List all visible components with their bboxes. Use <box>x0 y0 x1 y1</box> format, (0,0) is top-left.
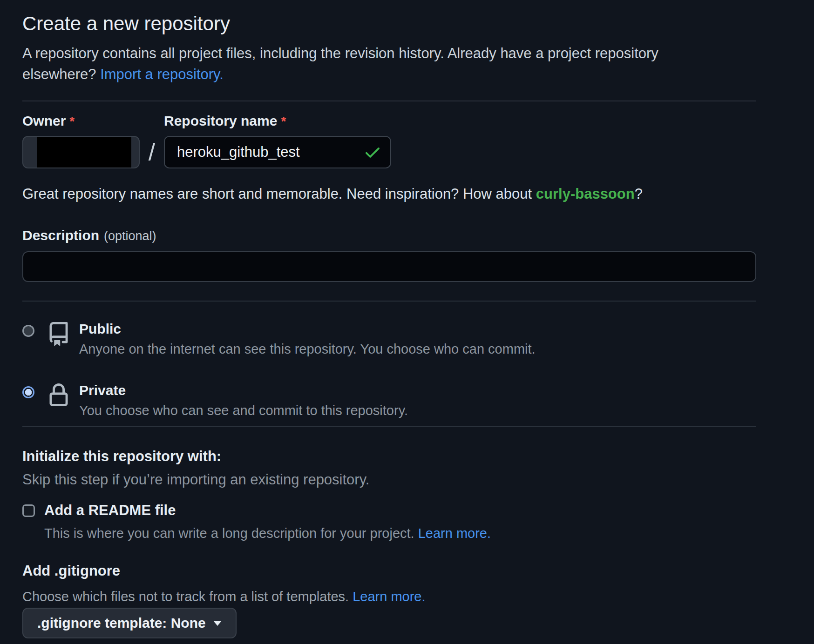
public-option-description: Anyone on the internet can see this repo… <box>79 341 536 357</box>
create-repository-page: Create a new repository A repository con… <box>0 0 814 644</box>
divider-initialize <box>22 426 756 427</box>
owner-label: Owner <box>22 113 66 128</box>
visibility-options: Public Anyone on the internet can see th… <box>22 320 756 419</box>
add-readme-checkbox[interactable] <box>22 504 35 517</box>
private-radio[interactable] <box>22 386 34 398</box>
public-radio[interactable] <box>22 325 34 337</box>
import-repository-link[interactable]: Import a repository. <box>100 66 224 82</box>
repository-name-label: Repository name <box>164 113 277 128</box>
initialize-subheading: Skip this step if you’re importing an ex… <box>22 471 756 489</box>
suggested-repo-name-link[interactable]: curly-bassoon <box>536 186 635 202</box>
check-icon <box>363 143 382 161</box>
name-suggestion-text: Great repository names are short and mem… <box>22 185 756 203</box>
owner-repo-separator: / <box>140 136 164 168</box>
lock-icon <box>47 383 72 408</box>
repo-icon <box>47 322 72 346</box>
visibility-option-private: Private You choose who can see and commi… <box>22 382 756 419</box>
divider-top <box>22 101 756 101</box>
page-subtitle: A repository contains all project files,… <box>22 43 756 85</box>
description-optional-label: (optional) <box>104 229 156 243</box>
caret-down-icon <box>213 621 222 626</box>
private-option-description: You choose who can see and commit to thi… <box>79 402 408 419</box>
gitignore-template-button[interactable]: .gitignore template: None <box>22 608 237 638</box>
visibility-option-public: Public Anyone on the internet can see th… <box>22 320 756 357</box>
readme-row: Add a README file <box>22 502 756 519</box>
divider-visibility <box>22 301 756 302</box>
gitignore-template-button-label: .gitignore template: None <box>37 615 206 631</box>
owner-repo-controls: / <box>22 136 756 168</box>
owner-redaction <box>37 137 131 168</box>
subtitle-line2: elsewhere? <box>22 66 100 82</box>
add-gitignore-heading: Add .gitignore <box>22 562 756 580</box>
gitignore-description: Choose which files not to track from a l… <box>22 588 756 605</box>
owner-select-button[interactable] <box>22 136 140 168</box>
description-input[interactable] <box>22 251 756 282</box>
description-label-row: Description(optional) <box>22 227 756 244</box>
field-labels-row: Owner* Repository name* <box>22 113 756 129</box>
repository-name-input[interactable] <box>164 136 391 168</box>
required-asterisk: * <box>281 114 286 128</box>
readme-learn-more-link[interactable]: Learn more. <box>418 526 491 541</box>
initialize-heading: Initialize this repository with: <box>22 448 756 465</box>
private-option-label[interactable]: Private <box>79 382 408 399</box>
gitignore-learn-more-link[interactable]: Learn more. <box>353 589 425 604</box>
readme-description: This is where you can write a long descr… <box>44 525 756 542</box>
required-asterisk: * <box>69 114 75 128</box>
public-option-label[interactable]: Public <box>79 320 536 338</box>
subtitle-line1: A repository contains all project files,… <box>22 45 658 61</box>
page-title: Create a new repository <box>22 12 756 35</box>
description-label: Description <box>22 228 99 243</box>
add-readme-label[interactable]: Add a README file <box>44 502 176 519</box>
